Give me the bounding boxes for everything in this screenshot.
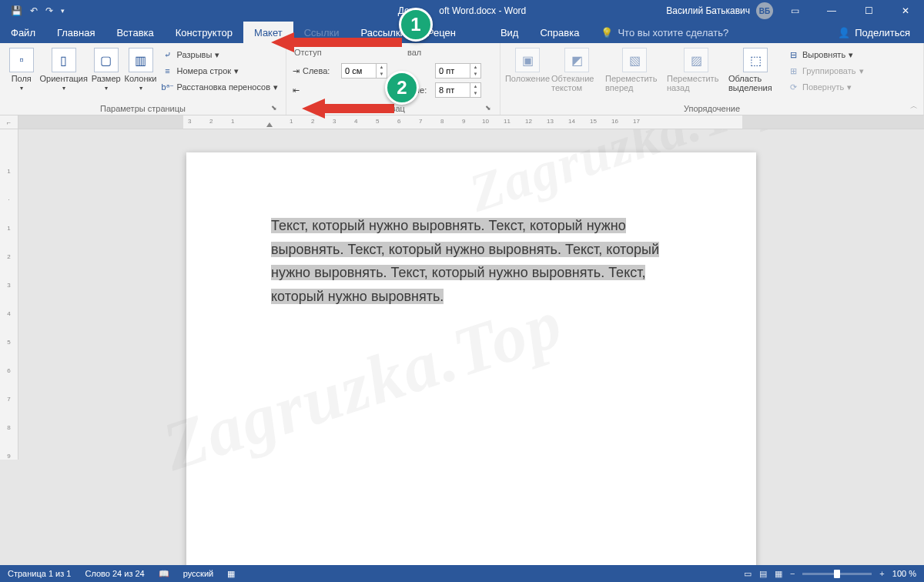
- svg-marker-0: [271, 32, 402, 52]
- watermark: Zagruzka.Top: [462, 129, 792, 225]
- tab-home[interactable]: Главная: [46, 22, 105, 43]
- annotation-badge-1: 1: [399, 8, 433, 42]
- user-avatar[interactable]: ВБ: [756, 2, 773, 19]
- margins-button[interactable]: ▫ Поля▾: [6, 46, 37, 92]
- page-setup-dialog-launcher[interactable]: ⬊: [269, 102, 280, 113]
- indent-left-input[interactable]: ▲▼: [341, 63, 387, 79]
- ribbon-tabs: Файл Главная Вставка Конструктор Макет С…: [0, 22, 924, 43]
- tab-insert[interactable]: Вставка: [105, 22, 164, 43]
- ruler-corner: ⌐: [0, 115, 18, 129]
- selected-text[interactable]: Текст, который нужно выровнять. Текст, к…: [271, 214, 671, 308]
- rotate-button: ⟳Повернуть ▾: [785, 80, 865, 94]
- user-name: Василий Батькавич: [666, 5, 750, 16]
- spinner-down-icon[interactable]: ▼: [377, 71, 387, 78]
- maximize-icon[interactable]: ☐: [853, 0, 884, 22]
- indent-left-icon: ⇥: [293, 66, 300, 76]
- group-page-setup: ▫ Поля▾ ▯ Ориентация▾ ▢ Размер▾ ▥ Колонк…: [0, 43, 286, 115]
- view-print-icon[interactable]: ▤: [759, 569, 767, 579]
- size-button[interactable]: ▢ Размер▾: [91, 46, 122, 92]
- page[interactable]: Zagruzka.Top Zagruzka.Top Текст, который…: [186, 152, 756, 565]
- annotation-arrow-1: [271, 31, 402, 54]
- lightbulb-icon: 💡: [601, 27, 613, 38]
- align-icon: ⊟: [787, 48, 799, 61]
- horizontal-ruler[interactable]: 321 1234567891011121314151617: [18, 115, 924, 129]
- spacing-before-row: . ▲▼: [406, 62, 481, 79]
- spinner-up-icon[interactable]: ▲: [377, 64, 387, 71]
- group-arrange: ▣ Положение ◩ Обтекание текстом ▧ Переме…: [500, 43, 924, 115]
- quick-access-toolbar: 💾 ↶ ↷ ▾: [0, 5, 75, 16]
- spacing-heading: вал: [406, 48, 481, 60]
- view-web-icon[interactable]: ▦: [775, 569, 782, 579]
- zoom-out-icon[interactable]: −: [790, 569, 795, 578]
- send-backward-icon: ▨: [684, 48, 708, 72]
- tab-file[interactable]: Файл: [0, 22, 46, 43]
- workspace: ⌐ 1·123456789 321 1234567891011121314151…: [0, 115, 924, 565]
- annotation-badge-2: 2: [385, 71, 419, 105]
- line-numbers-icon: ≡: [162, 65, 174, 77]
- rotate-icon: ⟳: [787, 81, 799, 93]
- selection-pane-icon: ⬚: [743, 48, 768, 72]
- columns-button[interactable]: ▥ Колонки▾: [125, 46, 157, 92]
- title-bar: 💾 ↶ ↷ ▾ Док ____ oft Word.docx - Word Ва…: [0, 0, 924, 22]
- line-numbers-button[interactable]: ≡Номера строк ▾: [160, 64, 280, 78]
- zoom-in-icon[interactable]: +: [879, 569, 884, 578]
- bring-forward-button: ▧ Переместить вперед: [605, 46, 664, 92]
- indent-left-row: ⇥ Слева: ▲▼: [293, 62, 387, 79]
- share-button[interactable]: 👤 Поделиться: [824, 22, 924, 43]
- status-page[interactable]: Страница 1 из 1: [8, 569, 71, 578]
- svg-marker-1: [302, 99, 394, 119]
- orientation-button[interactable]: ▯ Ориентация▾: [40, 46, 88, 92]
- margins-icon: ▫: [9, 48, 34, 72]
- tell-me-search[interactable]: 💡 Что вы хотите сделать?: [590, 22, 739, 43]
- vertical-ruler: 1·123456789: [0, 129, 18, 460]
- position-icon: ▣: [515, 48, 540, 72]
- spacing-before-input[interactable]: ▲▼: [435, 63, 481, 79]
- selection-pane-button[interactable]: ⬚ Область выделения: [728, 46, 782, 92]
- watermark: Zagruzka.Top: [153, 283, 572, 486]
- redo-icon[interactable]: ↷: [45, 5, 53, 16]
- close-icon[interactable]: ✕: [890, 0, 921, 22]
- group-icon: ⊞: [787, 65, 799, 77]
- group-objects-button: ⊞Группировать ▾: [785, 64, 865, 78]
- indent-right-icon: ⇤: [293, 85, 300, 95]
- status-macro-icon[interactable]: ▦: [227, 569, 235, 579]
- send-backward-button: ▨ Переместить назад: [667, 46, 725, 92]
- indent-right-row: ⇤ .: [293, 82, 387, 99]
- save-icon[interactable]: 💾: [11, 5, 22, 16]
- orientation-icon: ▯: [52, 48, 76, 72]
- document-area[interactable]: Zagruzka.Top Zagruzka.Top Текст, который…: [18, 129, 924, 565]
- status-bar: Страница 1 из 1 Слово 24 из 24 📖 русский…: [0, 565, 924, 582]
- view-read-icon[interactable]: ▭: [744, 569, 752, 579]
- ribbon: ▫ Поля▾ ▯ Ориентация▾ ▢ Размер▾ ▥ Колонк…: [0, 43, 924, 115]
- status-language[interactable]: русский: [183, 569, 213, 578]
- zoom-level[interactable]: 100 %: [892, 569, 916, 578]
- status-proofing-icon[interactable]: 📖: [159, 569, 169, 579]
- spacing-after-input[interactable]: ▲▼: [435, 82, 481, 98]
- breaks-icon: ⤶: [162, 48, 174, 61]
- undo-icon[interactable]: ↶: [30, 5, 38, 16]
- hyphenation-button[interactable]: bᵃ⁻Расстановка переносов ▾: [160, 80, 280, 94]
- paragraph-dialog-launcher[interactable]: ⬊: [483, 102, 494, 113]
- tab-help[interactable]: Справка: [529, 22, 590, 43]
- ribbon-display-icon[interactable]: ▭: [779, 0, 810, 22]
- bring-forward-icon: ▧: [622, 48, 647, 72]
- wrap-text-icon: ◩: [564, 48, 589, 72]
- annotation-arrow-2: [302, 97, 394, 120]
- align-button[interactable]: ⊟Выровнять ▾: [785, 48, 865, 62]
- size-icon: ▢: [94, 48, 119, 72]
- collapse-ribbon-icon[interactable]: ︿: [910, 101, 918, 112]
- zoom-slider[interactable]: [802, 573, 872, 575]
- qat-customize-icon[interactable]: ▾: [61, 7, 65, 15]
- position-button: ▣ Положение: [507, 46, 548, 83]
- wrap-text-button: ◩ Обтекание текстом: [551, 46, 602, 92]
- breaks-button[interactable]: ⤶Разрывы ▾: [160, 48, 280, 62]
- share-icon: 👤: [838, 27, 850, 38]
- columns-icon: ▥: [129, 48, 153, 72]
- tab-design[interactable]: Конструктор: [165, 22, 243, 43]
- tab-spacer: [467, 22, 490, 43]
- group-label-page-setup: Параметры страницы ⬊: [6, 102, 280, 113]
- tab-view[interactable]: Вид: [490, 22, 530, 43]
- group-label-arrange: Упорядочение: [507, 102, 917, 113]
- minimize-icon[interactable]: —: [816, 0, 847, 22]
- status-words[interactable]: Слово 24 из 24: [85, 569, 144, 578]
